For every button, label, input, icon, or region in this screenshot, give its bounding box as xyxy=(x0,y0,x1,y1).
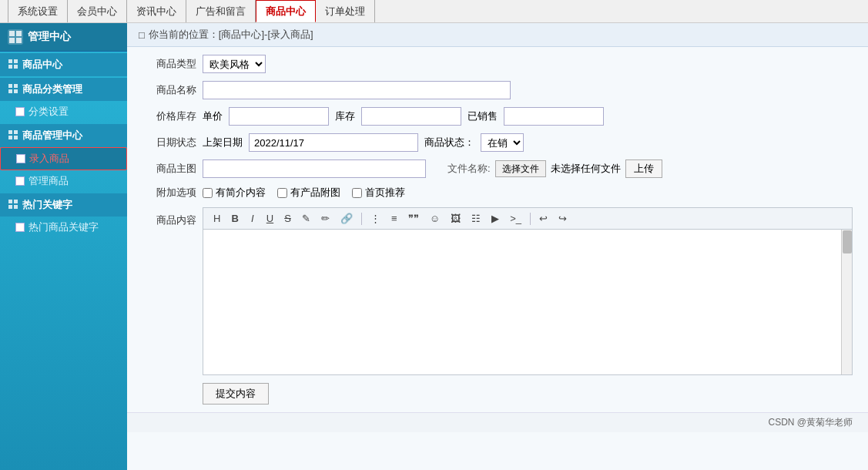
sidebar-section-product-center: 商品中心 xyxy=(0,53,127,76)
product-type-row: 商品类型 欧美风格 日韩风格 国内潮流 xyxy=(142,55,853,73)
svg-rect-5 xyxy=(14,59,18,63)
toolbar-strikethrough[interactable]: S xyxy=(280,211,295,226)
sidebar-item-add-product[interactable]: 录入商品 xyxy=(0,147,127,170)
svg-rect-1 xyxy=(16,31,22,36)
addon-intro-label: 有简介内容 xyxy=(216,186,266,200)
status-label: 商品状态： xyxy=(424,136,474,149)
main-image-input[interactable] xyxy=(203,159,426,178)
nav-product-center[interactable]: 商品中心 xyxy=(256,0,316,22)
nav-system-settings[interactable]: 系统设置 xyxy=(8,0,68,22)
toolbar-pen2[interactable]: ✏ xyxy=(317,211,333,226)
footer: CSDN @黄菊华老师 xyxy=(127,412,868,432)
editor-outer: 商品内容 H B I U S ✎ ✏ 🔗 ⋮ ≡ xyxy=(142,207,853,375)
svg-rect-8 xyxy=(8,84,12,88)
submit-row: 提交内容 xyxy=(142,383,853,405)
nav-member-center[interactable]: 会员中心 xyxy=(68,0,127,22)
status-select[interactable]: 在销 下架 xyxy=(481,133,524,152)
type-label: 商品类型 xyxy=(142,57,196,71)
toolbar-code[interactable]: >_ xyxy=(506,211,525,226)
toolbar-emoji[interactable]: ☺ xyxy=(426,211,444,226)
checkbox-icon-category xyxy=(15,107,25,116)
addon-featured[interactable]: 首页推荐 xyxy=(352,186,405,200)
product-name-row: 商品名称 xyxy=(142,81,853,99)
nav-news-center[interactable]: 资讯中心 xyxy=(127,0,186,22)
addon-intro[interactable]: 有简介内容 xyxy=(203,186,266,200)
toolbar-undo[interactable]: ↩ xyxy=(535,211,551,226)
section-label-category: 商品分类管理 xyxy=(22,82,82,96)
toolbar-link[interactable]: 🔗 xyxy=(337,211,357,226)
main-image-label: 商品主图 xyxy=(142,162,196,176)
nav-ads-messages[interactable]: 广告和留言 xyxy=(186,0,256,22)
toolbar-pen1[interactable]: ✎ xyxy=(298,211,314,226)
editor-scrollbar[interactable] xyxy=(841,230,852,374)
admin-center-icon xyxy=(8,29,23,45)
addon-featured-label: 首页推荐 xyxy=(365,186,405,200)
toolbar-h[interactable]: H xyxy=(209,211,224,226)
addon-images-label: 有产品附图 xyxy=(290,186,340,200)
checkbox-icon-keywords xyxy=(15,223,25,232)
toolbar-italic[interactable]: I xyxy=(246,211,260,226)
sidebar-item-manage-product[interactable]: 管理商品 xyxy=(0,170,127,192)
addon-images-checkbox[interactable] xyxy=(277,188,287,198)
sidebar: 管理中心 商品中心 商品分类管理 分类设置 商品管理中心 xyxy=(0,23,127,470)
section-label-product-center: 商品中心 xyxy=(22,58,62,72)
footer-text: CSDN @黄菊华老师 xyxy=(768,417,853,428)
main-image-row: 商品主图 文件名称: 选择文件 未选择任何文件 上传 xyxy=(142,159,853,178)
toolbar-redo[interactable]: ↪ xyxy=(555,211,571,226)
choose-file-button[interactable]: 选择文件 xyxy=(495,160,546,177)
svg-rect-16 xyxy=(8,200,12,203)
toolbar-image[interactable]: 🖼 xyxy=(447,211,464,226)
sidebar-item-category-settings[interactable]: 分类设置 xyxy=(0,101,127,123)
type-select[interactable]: 欧美风格 日韩风格 国内潮流 xyxy=(203,55,266,73)
price-label: 价格库存 xyxy=(142,109,196,123)
sold-label: 已销售 xyxy=(468,109,498,123)
toolbar-video[interactable]: ▶ xyxy=(488,211,503,226)
section-label-keywords: 热门关键字 xyxy=(22,198,72,212)
sold-input[interactable] xyxy=(504,107,604,126)
nav-order-processing[interactable]: 订单处理 xyxy=(316,0,375,22)
svg-rect-11 xyxy=(14,89,18,93)
addon-featured-checkbox[interactable] xyxy=(352,188,362,198)
name-input[interactable] xyxy=(203,81,511,99)
sidebar-section-product-mgmt: 商品管理中心 xyxy=(0,124,127,147)
sidebar-header: 管理中心 xyxy=(0,23,127,52)
addon-row: 附加选项 有简介内容 有产品附图 首页推荐 xyxy=(142,186,853,200)
addon-images[interactable]: 有产品附图 xyxy=(277,186,340,200)
price-stock-row: 价格库存 单价 库存 已销售 xyxy=(142,107,853,126)
addon-intro-checkbox[interactable] xyxy=(203,188,213,198)
svg-rect-18 xyxy=(8,205,12,209)
addon-label: 附加选项 xyxy=(142,186,196,200)
editor-scrollbar-thumb xyxy=(843,230,852,253)
editor-body[interactable] xyxy=(203,229,853,375)
form-area: 商品类型 欧美风格 日韩风格 国内潮流 商品名称 价格库存 单价 库存 已销售 xyxy=(127,47,868,412)
toolbar-list-unordered[interactable]: ⋮ xyxy=(367,211,384,226)
submit-button[interactable]: 提交内容 xyxy=(203,383,269,405)
stock-label: 库存 xyxy=(335,109,355,123)
sidebar-item-hot-keywords[interactable]: 热门商品关键字 xyxy=(0,217,127,238)
addon-checkboxes: 有简介内容 有产品附图 首页推荐 xyxy=(203,186,405,200)
upload-button[interactable]: 上传 xyxy=(625,159,662,178)
toolbar-list-ordered[interactable]: ≡ xyxy=(387,211,401,226)
svg-rect-4 xyxy=(8,59,12,63)
toolbar-underline[interactable]: U xyxy=(263,211,277,226)
shelf-date-label: 上架日期 xyxy=(203,136,243,149)
name-label: 商品名称 xyxy=(142,83,196,97)
toolbar-quote[interactable]: ❞❞ xyxy=(404,211,423,226)
svg-rect-2 xyxy=(9,38,15,43)
sidebar-header-label: 管理中心 xyxy=(28,30,71,44)
file-section: 文件名称: 选择文件 未选择任何文件 上传 xyxy=(447,159,662,178)
section-label-product-mgmt: 商品管理中心 xyxy=(22,129,82,143)
stock-input[interactable] xyxy=(361,107,461,126)
editor-toolbar: H B I U S ✎ ✏ 🔗 ⋮ ≡ ❞❞ ☺ 🖼 ☷ xyxy=(203,207,853,229)
sidebar-item-label-add-product: 录入商品 xyxy=(29,152,69,166)
sidebar-item-label-keywords: 热门商品关键字 xyxy=(28,220,99,234)
toolbar-table[interactable]: ☷ xyxy=(468,211,484,226)
date-label: 日期状态 xyxy=(142,136,196,149)
toolbar-bold[interactable]: B xyxy=(227,211,242,226)
shelf-date-input[interactable] xyxy=(249,133,418,152)
unit-price-input[interactable] xyxy=(229,107,329,126)
top-navigation: 系统设置 会员中心 资讯中心 广告和留言 商品中心 订单处理 xyxy=(0,0,868,23)
sidebar-item-label-category: 分类设置 xyxy=(28,105,69,119)
sidebar-section-category: 商品分类管理 xyxy=(0,78,127,101)
svg-rect-14 xyxy=(8,136,12,139)
